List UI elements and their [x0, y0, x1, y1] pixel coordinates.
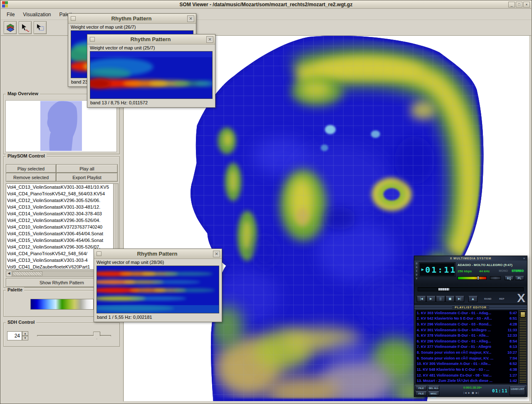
equalizer-button[interactable]: EQ: [505, 276, 514, 280]
track-title: 9. Sonate pour violon en rÃ© majeur, KV.…: [417, 356, 493, 360]
close-button[interactable]: ×: [523, 2, 530, 7]
playlist-item[interactable]: Vol4_CD15_ViolinSonatasKV306-454/06.Sona…: [6, 237, 117, 244]
playlist-track-row[interactable]: 9. Sonate pour violon en rÃ© majeur, KV.…: [416, 355, 518, 361]
playlist-item[interactable]: Vol4_CD4_PianoTriosKV542_548_564/03.KV54: [6, 190, 117, 197]
shuffle-toggle[interactable]: RAND: [484, 298, 491, 300]
track-duration: 4:38: [510, 367, 517, 372]
menu-item[interactable]: Visualization: [19, 10, 55, 19]
xmms-time-display[interactable]: ▶ 01:11: [419, 262, 455, 277]
select-all-button[interactable]: SEL ALL: [428, 386, 439, 390]
xmms-playlist-scroll-thumb[interactable]: [520, 312, 525, 318]
spin-up-icon[interactable]: ▲: [22, 331, 28, 336]
close-icon[interactable]: ×: [206, 36, 213, 43]
xmms-close-icon[interactable]: ×: [522, 257, 526, 260]
playlist-track-row[interactable]: 11. KV 548 Klaviertrio No 6 C-Dur - 03 -…: [416, 367, 518, 372]
playlist-titlebar[interactable]: PLAYLIST EDITOR: [414, 305, 527, 310]
playlist-track-row[interactable]: 4. KV 301 Violinsonate G-Dur - 0Allegro …: [416, 327, 518, 333]
playlist-item[interactable]: Vol4_CD13_ViolinSonatasKV301-303-481/12.: [6, 204, 117, 210]
xmms-clutterbar[interactable]: OAIDV: [415, 262, 418, 281]
seek-thumb[interactable]: [438, 288, 450, 291]
rhythm-window-titlebar[interactable]: Rhythm Pattern ×: [68, 14, 196, 24]
xmms-titlebar[interactable]: X MULTIMEDIA SYSTEM ×: [414, 256, 527, 261]
playlist-toggle-button[interactable]: PL: [515, 276, 524, 280]
window-iconify-icon[interactable]: [97, 251, 101, 256]
weight-vector-label: Weight vector of map unit (26/7): [68, 24, 196, 30]
rhythm-pattern-window-2: Rhythm Pattern × Weight vector of map un…: [87, 34, 215, 108]
transport-button[interactable]: ▶|: [455, 296, 464, 302]
playlist-item[interactable]: Vol4_CD12_ViolinSonatasKV296-305-526/06.: [6, 197, 117, 204]
misc-options-button[interactable]: MISC OPT: [428, 391, 439, 396]
play-indicator-icon: ▶: [421, 268, 424, 271]
load-list-button[interactable]: LOAD LIST: [510, 386, 525, 395]
playlist-item[interactable]: Vol4_CD13_ViolinSonatasKV301-303-481/10.…: [6, 184, 117, 190]
sdh-slider-thumb[interactable]: [93, 332, 100, 339]
playlist-track-row[interactable]: 8. Sonate pour violon en rÃ© majeur, KV.…: [416, 350, 518, 355]
mini-transport[interactable]: |◀ ▶ ■ ▶|: [463, 391, 479, 394]
playlist-track-row[interactable]: 5. KV 378 Violinsonate B-Dur - 01 - Alle…: [416, 333, 518, 338]
scroll-left-arrow-icon[interactable]: ◀: [6, 271, 12, 276]
track-duration: 1:42: [510, 379, 517, 383]
remove-selected-button[interactable]: Remove selected: [6, 173, 56, 182]
select-mode-button[interactable]: [34, 21, 47, 34]
file-remove-button[interactable]: FILE: [416, 391, 427, 396]
playlist-track-row[interactable]: 6. KV 296 Violinsonate C-Dur - 01 - Alle…: [416, 338, 518, 344]
sdh-value-input[interactable]: [7, 331, 22, 340]
playlist-track-row[interactable]: 12. KV 481 Violinsonate Es-Dur - 08 - Va…: [416, 372, 518, 378]
track-title: 10. KV 305 Violinsonate A-Dur - 01 - All…: [417, 362, 491, 366]
track-title: 7. KV 377 Violinsonate F-Dur - 01 - Alle…: [417, 345, 491, 349]
volume-thumb[interactable]: [477, 276, 479, 280]
track-duration: 6:51: [510, 316, 517, 320]
som-view-button[interactable]: [4, 21, 17, 34]
play-mode-button[interactable]: [19, 21, 32, 34]
playlist-track-row[interactable]: 1. KV 303 Violinsonate C-Dur - 01 - Adag…: [416, 310, 518, 316]
playlist-track-row[interactable]: 7. KV 377 Violinsonate F-Dur - 01 - Alle…: [416, 344, 518, 350]
playlist-item[interactable]: Vol4_CD15_ViolinSonatasKV306-454/04.Sona…: [6, 230, 117, 237]
balance-slider[interactable]: [490, 276, 501, 280]
map-overview-panel[interactable]: [5, 100, 117, 152]
repeat-toggle[interactable]: REP: [499, 298, 504, 300]
close-icon[interactable]: ×: [187, 15, 194, 22]
track-title-marquee[interactable]: ADAGIO - MOLTO ALLEGRO (5:47): [458, 263, 524, 268]
rhythm-spectrogram[interactable]: [97, 266, 219, 313]
window-iconify-icon[interactable]: [71, 16, 76, 21]
playlist-track-row[interactable]: 10. KV 305 Violinsonate A-Dur - 01 - All…: [416, 361, 518, 367]
play-all-button[interactable]: Play all: [56, 164, 118, 173]
close-icon[interactable]: ×: [213, 251, 220, 257]
playlist-item[interactable]: Vol4_CD10_ViolinSonatasKV37237637740240: [6, 224, 117, 230]
playlist-bottom-bar: FILE FILE SEL ALL MISC OPT 0:00/1:28:26+…: [414, 384, 527, 397]
transport-button[interactable]: |◀: [417, 296, 426, 302]
rhythm-spectrogram[interactable]: [90, 51, 213, 99]
file-add-button[interactable]: FILE: [416, 386, 427, 390]
hscroll-thumb[interactable]: [12, 271, 42, 276]
bitrate-readout: 256 kbps: [458, 269, 472, 273]
rhythm-window-titlebar[interactable]: Rhythm Pattern ×: [94, 249, 222, 259]
xmms-playlist[interactable]: 1. KV 303 Violinsonate C-Dur - 01 - Adag…: [416, 310, 518, 384]
transport-button[interactable]: ||: [436, 296, 445, 302]
playlist-track-row[interactable]: 13. Mozart - Zum Ziele fÃ¼hrt dich diese…: [416, 378, 518, 384]
transport-button[interactable]: ■: [445, 296, 455, 302]
playlist-track-row[interactable]: 2. KV 542 Klaviertrio No 5 E-Dur - 03 - …: [416, 316, 518, 322]
eject-button[interactable]: ▲: [468, 296, 478, 302]
export-playlist-button[interactable]: Export Playlist: [56, 173, 118, 182]
rhythm-window-title: Rhythm Pattern: [95, 36, 206, 42]
window-titlebar[interactable]: SOM Viewer - /data/music/Mozart/som/moza…: [1, 0, 531, 9]
menu-item[interactable]: File: [2, 10, 19, 19]
xmms-playlist-scrollbar[interactable]: [519, 310, 526, 384]
spin-down-icon[interactable]: ▼: [22, 336, 28, 340]
playlist-item[interactable]: Vol4_CD14_ViolinSonatasKV302-304-378-403: [6, 210, 117, 217]
maximize-button[interactable]: □: [516, 2, 522, 7]
track-title: 12. KV 481 Violinsonate Es-Dur - 08 - Va…: [417, 373, 492, 377]
window-iconify-icon[interactable]: [90, 37, 95, 42]
track-title: 6. KV 296 Violinsonate C-Dur - 01 - Alle…: [417, 339, 491, 343]
transport-button[interactable]: ▶: [426, 296, 435, 302]
seek-bar[interactable]: [418, 287, 524, 291]
playlist-item[interactable]: Vol4_CD12_ViolinSonatasKV296-305-526/04.: [6, 217, 117, 224]
play-selected-button[interactable]: Play selected: [6, 164, 56, 173]
volume-slider[interactable]: [458, 276, 487, 280]
sdh-slider[interactable]: [37, 331, 111, 340]
track-duration: 4:28: [510, 322, 517, 326]
minimize-button[interactable]: _: [508, 2, 515, 7]
track-title: 3. KV 296 Violinsonate C-Dur - 03 - Rond…: [417, 322, 492, 326]
rhythm-window-titlebar[interactable]: Rhythm Pattern ×: [87, 34, 215, 44]
playlist-track-row[interactable]: 3. KV 296 Violinsonate C-Dur - 03 - Rond…: [416, 321, 518, 327]
